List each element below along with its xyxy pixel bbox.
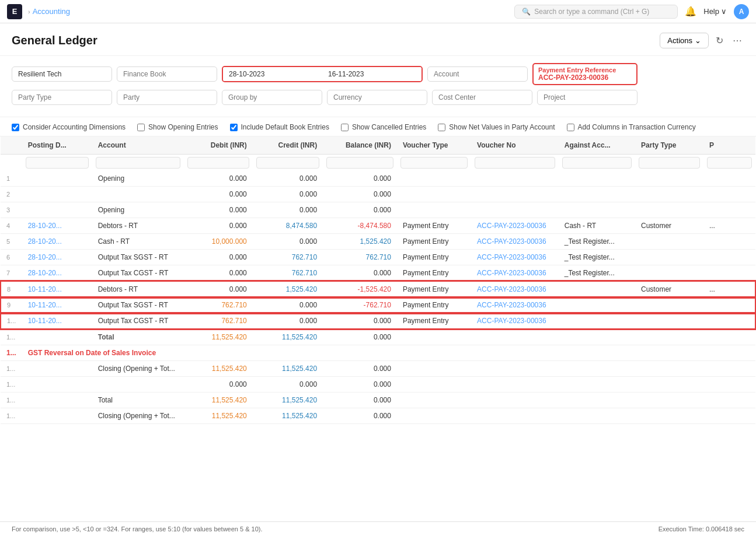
global-search[interactable]: 🔍 Search or type a command (Ctrl + G) — [514, 5, 678, 19]
row-party-type — [635, 393, 703, 408]
row-num: 1... — [1, 408, 22, 424]
include-default-checkbox[interactable] — [230, 124, 238, 131]
group-by-filter[interactable] — [222, 90, 322, 105]
row-p — [703, 329, 755, 345]
row-voucher-no — [471, 329, 559, 345]
row-voucher-type — [397, 408, 471, 424]
table-row[interactable]: 3 Opening 0.000 0.000 0.000 — [1, 202, 755, 218]
currency-filter[interactable] — [327, 90, 427, 105]
table-row[interactable]: 1... 0.000 0.000 0.000 — [1, 377, 755, 393]
party-filter[interactable] — [117, 90, 217, 105]
checkbox-show-net[interactable]: Show Net Values in Party Account — [438, 123, 555, 131]
row-voucher-no — [471, 187, 559, 202]
table-row[interactable]: 1... Closing (Opening + Tot... 11,525.42… — [1, 361, 755, 377]
more-options-button[interactable]: ⋯ — [730, 33, 744, 48]
party-type-filter[interactable] — [12, 90, 112, 105]
row-voucher-no — [471, 393, 559, 408]
filter-account[interactable] — [96, 157, 180, 169]
row-num: 3 — [1, 202, 22, 218]
filter-row-2 — [12, 90, 744, 105]
filter-posting-date[interactable] — [26, 157, 89, 169]
filter-balance[interactable] — [326, 157, 393, 169]
table-row[interactable]: 9 10-11-20... Output Tax SGST - RT 762.7… — [1, 297, 755, 313]
row-credit: 11,525.420 — [253, 393, 323, 408]
filter-party-type-col[interactable] — [639, 157, 700, 169]
row-p — [703, 250, 755, 265]
table-row[interactable]: 7 28-10-20... Output Tax CGST - RT 0.000… — [1, 265, 755, 282]
checkbox-add-columns[interactable]: Add Columns in Transaction Currency — [567, 123, 696, 131]
row-account: Output Tax CGST - RT — [92, 265, 184, 282]
checkbox-show-cancelled[interactable]: Show Cancelled Entries — [341, 123, 426, 131]
row-voucher-type: Payment Entry — [397, 297, 471, 313]
row-credit: 11,525.420 — [253, 361, 323, 377]
show-opening-checkbox[interactable] — [137, 124, 145, 131]
row-date — [22, 202, 92, 218]
notification-bell-icon[interactable]: 🔔 — [685, 6, 696, 17]
project-filter[interactable] — [537, 90, 637, 105]
company-filter[interactable] — [12, 66, 112, 82]
refresh-button[interactable]: ↻ — [713, 33, 726, 48]
filter-debit[interactable] — [187, 157, 249, 169]
col-voucher-type: Voucher Type — [397, 136, 471, 155]
consider-accounting-checkbox[interactable] — [12, 124, 19, 131]
group-label-row: 1...GST Reversal on Date of Sales Invoic… — [1, 345, 755, 361]
show-net-checkbox[interactable] — [438, 124, 445, 131]
row-debit: 762.710 — [184, 313, 253, 330]
row-voucher-type — [397, 187, 471, 202]
col-balance: Balance (INR) — [323, 136, 397, 155]
filter-p[interactable] — [707, 157, 752, 169]
row-voucher-no: ACC-PAY-2023-00036 — [471, 281, 559, 297]
row-p — [703, 393, 755, 408]
table-container: Posting D... Account Debit (INR) Credit … — [0, 136, 756, 424]
row-date — [22, 393, 92, 408]
row-voucher-type: Payment Entry — [397, 234, 471, 250]
row-party-type — [635, 361, 703, 377]
row-against-acc: _Test Register... — [559, 234, 635, 250]
checkbox-show-opening[interactable]: Show Opening Entries — [137, 123, 218, 131]
filter-voucher-no[interactable] — [475, 157, 555, 169]
avatar[interactable]: A — [734, 4, 749, 19]
table-row[interactable]: 1... 10-11-20... Output Tax CGST - RT 76… — [1, 313, 755, 330]
cost-center-filter[interactable] — [432, 90, 532, 105]
table-row[interactable]: 5 28-10-20... Cash - RT 10,000.000 0.000… — [1, 234, 755, 250]
row-balance: -8,474.580 — [323, 218, 397, 234]
date-to-input[interactable] — [322, 67, 421, 81]
add-columns-checkbox[interactable] — [567, 124, 574, 131]
finance-book-filter[interactable] — [117, 66, 217, 82]
row-against-acc — [559, 202, 635, 218]
actions-chevron-icon: ⌄ — [695, 36, 701, 45]
table-row[interactable]: 1... Total 11,525.420 11,525.420 0.000 — [1, 329, 755, 345]
row-debit: 11,525.420 — [184, 361, 253, 377]
row-credit: 1,525.420 — [253, 281, 323, 297]
row-num: 1... — [1, 393, 22, 408]
checkbox-consider-accounting[interactable]: Consider Accounting Dimensions — [12, 123, 126, 131]
date-from-input[interactable] — [223, 67, 322, 81]
table-row[interactable]: 1... Total 11,525.420 11,525.420 0.000 — [1, 393, 755, 408]
show-cancelled-checkbox[interactable] — [341, 124, 349, 131]
row-account: Debtors - RT — [92, 218, 184, 234]
account-filter[interactable] — [427, 66, 528, 82]
table-row[interactable]: 1... Closing (Opening + Tot... 11,525.42… — [1, 408, 755, 424]
nav-app-link[interactable]: Accounting — [33, 7, 70, 16]
row-date — [22, 361, 92, 377]
row-debit: 0.000 — [184, 377, 253, 393]
table-row[interactable]: 1 Opening 0.000 0.000 0.000 — [1, 171, 755, 187]
row-debit: 0.000 — [184, 202, 253, 218]
help-menu[interactable]: Help ∨ — [703, 7, 727, 16]
filter-against-acc[interactable] — [562, 157, 632, 169]
table-row[interactable]: 6 28-10-20... Output Tax SGST - RT 0.000… — [1, 250, 755, 265]
row-account — [92, 187, 184, 202]
col-posting-date: Posting D... — [22, 136, 92, 155]
table-row[interactable]: 8 10-11-20... Debtors - RT 0.000 1,525.4… — [1, 281, 755, 297]
row-num: 1... — [1, 377, 22, 393]
row-voucher-type: Payment Entry — [397, 218, 471, 234]
checkbox-include-default[interactable]: Include Default Book Entries — [230, 123, 329, 131]
table-row[interactable]: 4 28-10-20... Debtors - RT 0.000 8,474.5… — [1, 218, 755, 234]
filter-voucher-type[interactable] — [400, 157, 468, 169]
nav-right: 🔔 Help ∨ A — [685, 4, 749, 19]
row-balance: 0.000 — [323, 171, 397, 187]
actions-button[interactable]: Actions ⌄ — [660, 33, 709, 48]
table-row[interactable]: 2 0.000 0.000 0.000 — [1, 187, 755, 202]
row-party-type — [635, 202, 703, 218]
filter-credit[interactable] — [256, 157, 319, 169]
